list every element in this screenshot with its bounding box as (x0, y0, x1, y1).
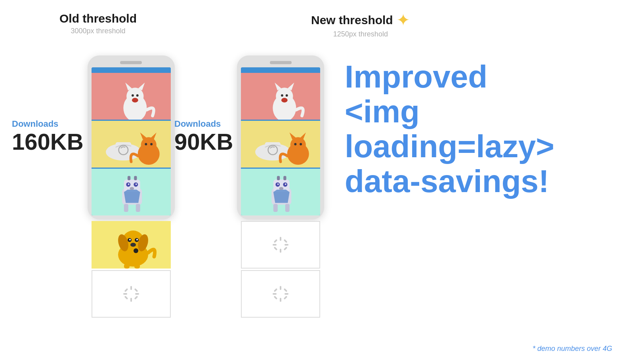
svg-rect-39 (130, 286, 132, 290)
demo-note: * demo numbers over 4G (533, 345, 612, 353)
svg-rect-25 (136, 204, 140, 212)
old-threshold-header: Old threshold 3000px threshold (59, 12, 137, 38)
new-loading-placeholder-2 (241, 270, 320, 318)
new-phone-screen (241, 67, 320, 215)
headline-line2: <img loading=lazy> (345, 94, 554, 164)
new-threshold-header: New threshold ✦ 1250px threshold (311, 12, 410, 38)
svg-point-23 (135, 183, 137, 185)
svg-rect-88 (274, 296, 278, 300)
svg-rect-42 (135, 293, 139, 295)
svg-rect-24 (124, 204, 128, 212)
headline-line3: data-savings! (345, 164, 549, 199)
svg-rect-72 (285, 204, 290, 212)
svg-rect-71 (273, 204, 278, 212)
svg-rect-44 (134, 288, 138, 292)
svg-rect-40 (130, 298, 132, 302)
old-downloads-label: Downloads (12, 119, 58, 129)
svg-rect-84 (273, 293, 277, 295)
svg-point-33 (129, 239, 131, 240)
svg-rect-43 (124, 288, 128, 292)
svg-rect-75 (280, 249, 281, 253)
new-threshold-column (237, 55, 324, 318)
new-threshold-title: New threshold (311, 13, 393, 27)
svg-rect-85 (285, 293, 288, 295)
svg-point-69 (277, 183, 279, 185)
new-downloads-section: Downloads 90KB (174, 119, 233, 154)
svg-rect-76 (273, 244, 277, 246)
old-below-images (92, 221, 171, 318)
headline-line1: Improved (345, 59, 487, 94)
new-spinner-icon-2 (271, 284, 290, 303)
svg-rect-45 (124, 296, 128, 300)
svg-point-53 (281, 98, 288, 103)
old-threshold-subtitle: 3000px threshold (59, 27, 137, 35)
svg-rect-80 (274, 247, 278, 251)
svg-point-34 (136, 239, 138, 240)
new-below-images (241, 221, 320, 318)
phone-notch-2 (270, 61, 292, 64)
old-img-dog-yellow (92, 221, 171, 269)
svg-rect-66 (284, 176, 286, 180)
old-downloads-section: Downloads 160KB (12, 119, 84, 154)
svg-point-70 (285, 183, 286, 185)
new-img-robot-dog (241, 169, 320, 215)
svg-rect-37 (124, 264, 130, 269)
new-img-cat (241, 73, 320, 120)
old-img-orange-cat (92, 121, 171, 168)
svg-rect-82 (280, 286, 281, 290)
old-threshold-title: Old threshold (59, 12, 137, 25)
svg-point-61 (300, 143, 302, 145)
new-downloads-size: 90KB (174, 129, 233, 154)
svg-point-60 (294, 143, 297, 145)
svg-point-5 (136, 94, 138, 97)
old-phone-frame (88, 55, 175, 219)
headline-text: Improved <img loading=lazy> data-savings… (345, 59, 618, 199)
svg-rect-19 (134, 176, 137, 180)
svg-rect-83 (280, 298, 281, 302)
svg-point-13 (145, 143, 147, 145)
svg-rect-38 (134, 264, 140, 269)
new-threshold-subtitle: 1250px threshold (311, 30, 410, 38)
svg-rect-77 (285, 244, 288, 246)
old-spinner-icon (122, 284, 141, 303)
old-loading-placeholder (92, 270, 171, 318)
new-loading-placeholder-1 (241, 221, 320, 269)
new-img-orange-cat (241, 121, 320, 168)
svg-rect-41 (123, 293, 127, 295)
old-downloads-size: 160KB (12, 129, 84, 154)
svg-rect-86 (274, 288, 278, 292)
svg-rect-55 (265, 142, 281, 153)
svg-point-52 (286, 94, 288, 97)
svg-point-14 (150, 143, 153, 145)
new-phone-frame (237, 55, 324, 219)
svg-point-51 (281, 94, 283, 97)
svg-point-73 (279, 187, 284, 190)
old-threshold-column (88, 55, 175, 318)
phone-notch (120, 61, 142, 64)
svg-rect-81 (284, 247, 288, 251)
svg-point-26 (130, 187, 134, 190)
sparkle-icon: ✦ (396, 12, 410, 29)
old-img-cat (92, 73, 171, 120)
svg-rect-18 (127, 176, 130, 180)
svg-rect-74 (280, 237, 281, 241)
svg-rect-46 (134, 296, 138, 300)
svg-rect-65 (277, 176, 280, 180)
svg-rect-8 (115, 142, 131, 153)
svg-point-10 (141, 137, 156, 152)
svg-point-57 (290, 137, 306, 152)
svg-rect-89 (284, 296, 288, 300)
svg-point-4 (132, 94, 134, 97)
old-img-robot-dog (92, 169, 171, 215)
new-downloads-label: Downloads (174, 119, 221, 129)
headline-section: Improved <img loading=lazy> data-savings… (345, 59, 618, 199)
svg-rect-79 (284, 239, 288, 243)
svg-point-36 (134, 248, 138, 253)
svg-rect-78 (274, 239, 278, 243)
svg-point-35 (130, 243, 136, 247)
old-phone-screen (92, 67, 171, 215)
svg-rect-87 (284, 288, 288, 292)
new-spinner-icon-1 (271, 235, 290, 254)
svg-point-22 (128, 183, 129, 185)
svg-point-6 (132, 98, 138, 103)
